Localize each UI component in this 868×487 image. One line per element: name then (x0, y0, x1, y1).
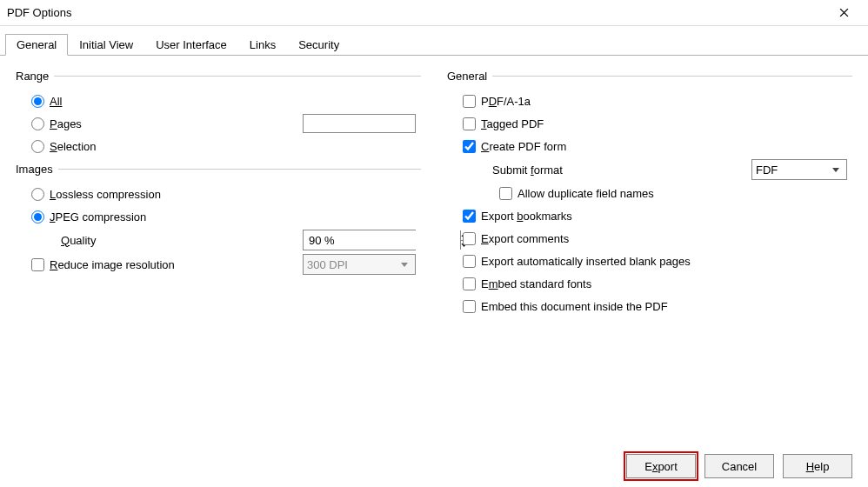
label-quality: Quality (61, 234, 96, 247)
label-create-form: Create PDF form (481, 140, 566, 153)
footer-buttons: Export Cancel Help (626, 454, 852, 478)
help-button[interactable]: Help (783, 454, 852, 478)
radio-pages[interactable] (31, 117, 44, 130)
label-embed-doc: Embed this document inside the PDF (481, 300, 668, 313)
chevron-down-icon (397, 263, 411, 267)
title-bar: PDF Options (0, 0, 868, 26)
combo-submit-format[interactable]: FDF (751, 159, 847, 180)
checkbox-embed-doc[interactable] (463, 300, 476, 313)
tab-initial-view[interactable]: Initial View (68, 34, 144, 56)
label-jpeg: JPEG compression (50, 210, 146, 223)
group-images-header: Images (16, 163, 421, 176)
label-selection: Selection (50, 140, 96, 153)
combo-dpi: 300 DPI (303, 254, 416, 275)
row-range-all: All (16, 90, 421, 112)
radio-selection[interactable] (31, 140, 44, 153)
row-bookmarks: Export bookmarks (447, 204, 852, 227)
group-general-header: General (447, 70, 852, 83)
checkbox-comments[interactable] (463, 232, 476, 245)
row-lossless: Lossless compression (16, 183, 421, 205)
close-button[interactable] (826, 1, 861, 25)
checkbox-create-form[interactable] (463, 140, 476, 153)
label-pages: Pages (50, 117, 82, 130)
row-create-form: Create PDF form (447, 135, 852, 157)
checkbox-embed-std[interactable] (463, 277, 476, 290)
input-quality[interactable] (304, 230, 460, 250)
radio-all[interactable] (31, 95, 44, 108)
group-range-header: Range (16, 70, 421, 83)
label-bookmarks: Export bookmarks (481, 210, 572, 223)
cancel-button[interactable]: Cancel (704, 454, 774, 478)
row-range-pages: Pages (16, 112, 421, 135)
close-icon (839, 8, 849, 17)
row-jpeg: JPEG compression (16, 205, 421, 228)
tab-security[interactable]: Security (287, 34, 351, 56)
row-range-selection: Selection (16, 135, 421, 157)
row-embed-doc: Embed this document inside the PDF (447, 295, 852, 317)
row-quality: Quality (16, 228, 421, 252)
row-submit-format: Submit format FDF (447, 157, 852, 182)
checkbox-bookmarks[interactable] (463, 210, 476, 223)
spinner-quality[interactable] (303, 230, 416, 250)
radio-lossless[interactable] (31, 188, 44, 201)
label-allow-dup: Allow duplicate field names (517, 187, 654, 200)
checkbox-allow-dup[interactable] (499, 187, 512, 200)
tab-general[interactable]: General (5, 34, 68, 56)
export-button[interactable]: Export (626, 454, 696, 478)
chevron-down-icon (829, 168, 843, 172)
checkbox-pdfa[interactable] (463, 95, 476, 108)
checkbox-reduce-resolution[interactable] (31, 258, 44, 271)
tab-user-interface[interactable]: User Interface (144, 34, 238, 56)
checkbox-tagged[interactable] (463, 117, 476, 130)
row-tagged: Tagged PDF (447, 112, 852, 135)
right-column: General PDF/A-1a Tagged PDF Create PDF f… (447, 64, 852, 317)
checkbox-blank-pages[interactable] (463, 255, 476, 268)
row-pdfa: PDF/A-1a (447, 90, 852, 112)
window-title: PDF Options (7, 6, 826, 19)
row-blank-pages: Export automatically inserted blank page… (447, 250, 852, 272)
tab-links[interactable]: Links (238, 34, 287, 56)
tabs: General Initial View User Interface Link… (0, 26, 868, 56)
label-pdfa: PDF/A-1a (481, 95, 531, 108)
label-tagged: Tagged PDF (481, 117, 544, 130)
panel-general: Range All Pages Selection Images Lossles… (0, 56, 868, 326)
label-submit-format: Submit format (492, 163, 563, 177)
row-comments: Export comments (447, 227, 852, 250)
label-lossless: Lossless compression (50, 188, 161, 201)
row-embed-std: Embed standard fonts (447, 272, 852, 295)
label-comments: Export comments (481, 232, 569, 245)
label-all: All (50, 95, 62, 108)
label-blank-pages: Export automatically inserted blank page… (481, 255, 691, 268)
input-pages[interactable] (303, 114, 416, 133)
radio-jpeg[interactable] (31, 210, 44, 223)
row-allow-dup: Allow duplicate field names (447, 182, 852, 204)
label-embed-std: Embed standard fonts (481, 277, 591, 290)
label-reduce-resolution: Reduce image resolution (50, 258, 175, 271)
left-column: Range All Pages Selection Images Lossles… (16, 64, 421, 317)
row-reduce: Reduce image resolution 300 DPI (16, 252, 421, 277)
